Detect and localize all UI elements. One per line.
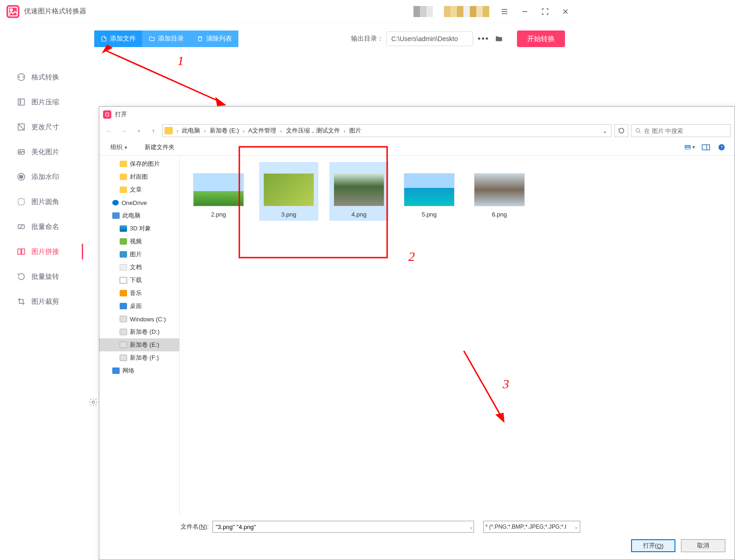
search-input[interactable] <box>644 127 727 134</box>
toolbar: 添加文件 添加目录 清除列表 输出目录： ••• 开始转换 <box>94 30 565 47</box>
breadcrumb-item[interactable]: 图片 <box>347 126 363 136</box>
tree-item[interactable]: 封面图 <box>99 170 179 183</box>
filetype-select[interactable]: * (*.PNG;*.BMP;*.JPEG;*.JPG;*.I ⌄ <box>483 521 580 533</box>
tree-item[interactable]: 3D 对象 <box>99 222 179 235</box>
sidebar-item-watermark[interactable]: 印 添加水印 <box>0 164 83 189</box>
minimize-icon[interactable] <box>521 7 529 16</box>
tree-item[interactable]: 新加卷 (D:) <box>99 325 179 338</box>
sidebar-item-label: 图片圆角 <box>31 198 59 206</box>
tree-item[interactable]: 音乐 <box>99 287 179 300</box>
open-button[interactable]: 打开(O) <box>631 539 675 552</box>
sidebar-item-rotate[interactable]: 批量旋转 <box>0 264 83 289</box>
search-box[interactable] <box>631 124 731 137</box>
view-mode-icon[interactable]: ▼ <box>685 143 696 152</box>
sidebar-item-stitch[interactable]: 图片拼接 <box>0 239 83 264</box>
dialog-footer: 文件名(N): ⌄ * (*.PNG;*.BMP;*.JPEG;*.JPG;*.… <box>99 515 735 560</box>
sidebar-item-rounded[interactable]: 图片圆角 <box>0 189 83 214</box>
browse-dots-button[interactable]: ••• <box>478 34 489 44</box>
chevron-right-icon: › <box>279 127 283 134</box>
dialog-nav: ← → ▾ ↑ › 此电脑 › 新加卷 (E:) › A文件管理 › 文件压缩，… <box>99 122 735 139</box>
tree-item[interactable]: 图片 <box>99 248 179 261</box>
drive-icon <box>120 329 127 335</box>
file-thumbnail <box>334 173 384 206</box>
stitch-icon <box>17 247 26 256</box>
breadcrumb-item[interactable]: 文件压缩，测试文件 <box>284 126 342 136</box>
chevron-right-icon: › <box>343 127 346 134</box>
refresh-button[interactable] <box>614 124 628 137</box>
sidebar-item-rename[interactable]: 批量命名 <box>0 214 83 239</box>
svg-line-26 <box>639 132 640 133</box>
new-folder-button[interactable]: 新建文件夹 <box>141 141 178 153</box>
user-name-blur <box>444 6 489 17</box>
sidebar-item-beautify[interactable]: 美化图片 <box>0 139 83 164</box>
breadcrumb-item[interactable]: A文件管理 <box>247 126 279 136</box>
tree-item-selected[interactable]: 新加卷 (E:) <box>99 338 179 351</box>
file-tile[interactable]: 3.png <box>259 162 318 221</box>
breadcrumb[interactable]: › 此电脑 › 新加卷 (E:) › A文件管理 › 文件压缩，测试文件 › 图… <box>162 124 612 137</box>
nav-back-icon[interactable]: ← <box>103 125 115 137</box>
breadcrumb-item[interactable]: 新加卷 (E:) <box>208 126 241 136</box>
close-icon[interactable] <box>561 7 570 16</box>
nav-up-icon[interactable]: ↑ <box>147 125 159 137</box>
cancel-button[interactable]: 取消 <box>681 539 725 552</box>
start-convert-button[interactable]: 开始转换 <box>517 30 565 47</box>
add-folder-button[interactable]: 添加目录 <box>142 30 190 47</box>
file-name-label: 5.png <box>422 211 437 218</box>
dialog-tree[interactable]: 保存的图片 封面图 文章 OneDrive 此电脑 3D 对象 视频 图片 文档… <box>99 156 180 515</box>
output-dir-input[interactable] <box>386 31 473 46</box>
tree-item[interactable]: 文档 <box>99 261 179 274</box>
svg-text:印: 印 <box>19 175 23 179</box>
file-name-label: 4.png <box>352 211 367 218</box>
tree-item[interactable]: 新加卷 (F:) <box>99 351 179 364</box>
file-thumbnail <box>263 173 314 206</box>
sidebar-item-crop[interactable]: 图片裁剪 <box>0 289 83 314</box>
nav-forward-icon[interactable]: → <box>118 125 130 137</box>
rotate-icon <box>17 272 26 281</box>
file-open-dialog: 打开 ← → ▾ ↑ › 此电脑 › 新加卷 (E:) › A文件管理 › 文件… <box>99 106 735 560</box>
add-file-button[interactable]: 添加文件 <box>94 30 142 47</box>
network-icon <box>112 367 120 374</box>
user-avatar-blur <box>413 6 433 17</box>
nav-recent-dropdown-icon[interactable]: ▾ <box>133 125 145 137</box>
tree-item-onedrive[interactable]: OneDrive <box>99 196 179 209</box>
file-tile[interactable]: 6.png <box>470 162 529 221</box>
breadcrumb-dropdown-icon[interactable]: ⌄ <box>600 127 609 134</box>
organize-menu[interactable]: 组织▼ <box>107 141 132 153</box>
button-label: 添加目录 <box>158 35 184 43</box>
rename-icon <box>17 222 26 231</box>
chevron-right-icon: › <box>176 127 179 134</box>
tree-item-thispc[interactable]: 此电脑 <box>99 209 179 222</box>
documents-icon <box>120 264 127 271</box>
maximize-icon[interactable] <box>541 7 549 16</box>
tree-item[interactable]: 下载 <box>99 274 179 287</box>
breadcrumb-item[interactable]: 此电脑 <box>180 126 202 136</box>
tree-item[interactable]: 视频 <box>99 235 179 248</box>
sidebar-item-format[interactable]: 格式转换 <box>0 65 83 90</box>
folder-icon <box>120 174 127 180</box>
file-grid: 2.png3.png4.png5.png6.png <box>180 156 735 515</box>
tree-item[interactable]: Windows (C:) <box>99 313 179 325</box>
compress-icon <box>17 97 26 107</box>
svg-rect-28 <box>685 145 690 147</box>
filename-input[interactable] <box>213 521 474 533</box>
music-icon <box>120 290 127 296</box>
filename-label: 文件名(N): <box>181 523 209 531</box>
settings-corner-icon[interactable] <box>89 397 98 407</box>
tree-item-network[interactable]: 网络 <box>99 364 179 377</box>
menu-icon[interactable] <box>500 7 509 16</box>
folder-icon <box>120 187 127 193</box>
file-thumbnail <box>193 173 244 206</box>
tree-item[interactable]: 保存的图片 <box>99 157 179 170</box>
file-tile[interactable]: 4.png <box>329 162 389 221</box>
file-tile[interactable]: 5.png <box>400 162 459 221</box>
folder-icon <box>120 161 127 167</box>
sidebar-item-resize[interactable]: 更改尺寸 <box>0 114 83 139</box>
tree-item[interactable]: 文章 <box>99 183 179 196</box>
help-icon[interactable]: ? <box>716 143 727 152</box>
tree-item[interactable]: 桌面 <box>99 300 179 313</box>
preview-pane-icon[interactable] <box>700 143 711 152</box>
sidebar-item-compress[interactable]: 图片压缩 <box>0 90 83 114</box>
clear-list-button[interactable]: 清除列表 <box>190 30 238 47</box>
file-tile[interactable]: 2.png <box>189 162 248 221</box>
open-folder-icon[interactable] <box>494 35 504 43</box>
